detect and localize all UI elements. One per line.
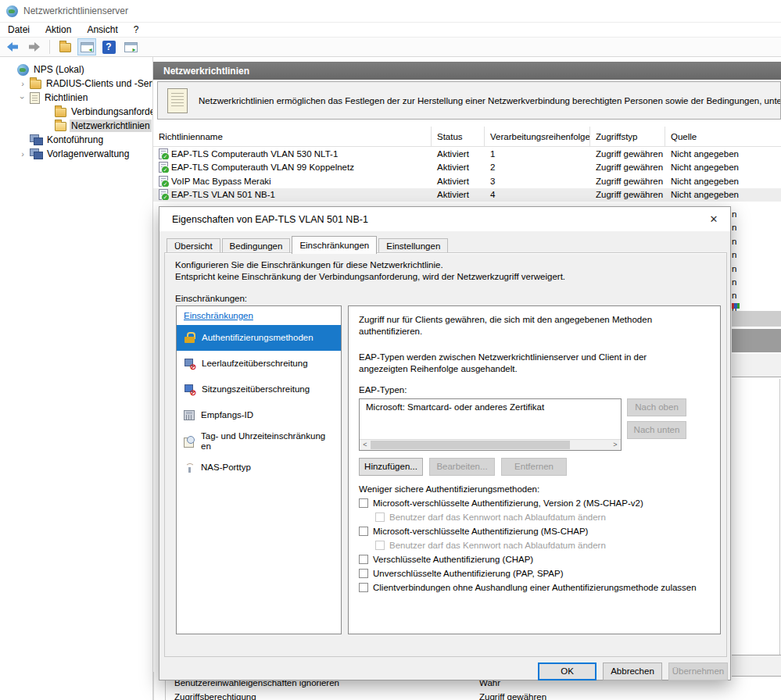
eap-types-label: EAP-Typen: xyxy=(359,385,407,395)
constraint-item[interactable]: NAS-Porttyp xyxy=(177,455,341,480)
chevron-right-icon[interactable]: › xyxy=(19,94,27,102)
detail-row-name: Zugriffsberechtigung xyxy=(174,692,256,700)
constraint-label: Empfangs-ID xyxy=(201,410,326,420)
table-row[interactable]: EAP-TLS Computerauth VLAN 530 NLT-1 Akti… xyxy=(153,147,781,161)
constraint-item[interactable]: Tag- und Uhrzeiteinschränkungen xyxy=(177,428,341,455)
constraint-label: Leerlaufzeitüberschreitung xyxy=(202,359,327,369)
menu-item[interactable]: Aktion xyxy=(38,23,79,37)
table-row[interactable]: VoIP Mac Bypass Meraki Aktiviert 3 Zugri… xyxy=(153,174,781,188)
constraint-item[interactable]: Leerlaufzeitüberschreitung xyxy=(177,351,341,377)
chevron-right-icon[interactable]: › xyxy=(19,80,27,88)
policy-name: EAP-TLS VLAN 501 NB-1 xyxy=(171,190,275,199)
constraint-item[interactable]: Sitzungszeitüberschreitung xyxy=(177,377,341,402)
constraint-label: NAS-Porttyp xyxy=(201,462,326,473)
checkbox[interactable] xyxy=(359,569,368,578)
checkbox[interactable] xyxy=(359,583,368,592)
edit-button[interactable]: Bearbeiten... xyxy=(429,458,495,476)
constraint-item[interactable]: Empfangs-ID xyxy=(177,402,341,428)
back-button[interactable] xyxy=(3,38,22,55)
tab-intro: Konfigurieren Sie die Einschränkungen fü… xyxy=(175,259,565,283)
menu-item[interactable]: Ansicht xyxy=(79,23,125,37)
checkbox[interactable] xyxy=(375,512,385,522)
checkbox[interactable] xyxy=(359,498,368,508)
checkbox-label: Microsoft-verschlüsselte Authentifizieru… xyxy=(373,527,588,536)
horizontal-scrollbar[interactable]: < > xyxy=(360,439,621,450)
tree-item-label: Richtlinien xyxy=(43,91,89,104)
menu-item[interactable]: Datei xyxy=(0,23,38,37)
policy-name: VoIP Mac Bypass Meraki xyxy=(171,177,271,186)
occluded-row-fragment: n xyxy=(732,289,743,302)
tree-item[interactable]: › RADIUS-Clients und -Server xyxy=(0,77,152,91)
policy-scroll-icon xyxy=(167,88,188,113)
column-header[interactable]: Zugriffstyp xyxy=(590,127,665,146)
auth-methods-panel: Zugriff nur für Clients gewähren, die si… xyxy=(348,305,721,634)
constraint-label: Authentifizierungsmethoden xyxy=(202,333,327,343)
tree-item-label: Netzwerkrichtlinien xyxy=(70,120,152,132)
scrollbar-thumb[interactable] xyxy=(371,441,570,449)
move-down-button[interactable]: Nach unten xyxy=(627,421,686,439)
constraint-icon xyxy=(184,436,195,447)
tree-item[interactable]: › Netzwerkrichtlinien xyxy=(0,119,152,133)
ok-button[interactable]: OK xyxy=(538,662,596,680)
pane-description: Netzwerkrichtlinien ermöglichen das Fest… xyxy=(199,96,781,105)
tree-item[interactable]: › Kontoführung xyxy=(0,133,152,147)
tree-item-label: Kontoführung xyxy=(45,134,105,146)
toolbar-separator xyxy=(49,40,50,54)
dialog-tab[interactable]: Übersicht xyxy=(167,238,220,253)
checkbox[interactable] xyxy=(375,541,385,550)
help-button[interactable]: ? xyxy=(99,38,118,55)
constraints-label: Einschränkungen: xyxy=(175,294,247,303)
column-header[interactable]: Verarbeitungsreihenfolge xyxy=(485,127,590,146)
policy-icon xyxy=(159,176,168,187)
auth-checkbox-row: Verschlüsselte Authentifizierung (CHAP) xyxy=(359,555,697,564)
checkbox[interactable] xyxy=(359,555,368,564)
column-header[interactable]: Status xyxy=(432,127,485,146)
remove-button[interactable]: Entfernen xyxy=(501,458,567,476)
eap-type-item[interactable]: Microsoft: Smartcard- oder anderes Zerti… xyxy=(360,399,621,415)
export-list-button[interactable] xyxy=(56,38,74,55)
policy-name: EAP-TLS Computerauth VLAN 530 NLT-1 xyxy=(171,149,338,159)
panel-text-2: EAP-Typen werden zwischen Netzwerkrichtl… xyxy=(359,352,695,375)
new-window-button[interactable] xyxy=(121,38,140,55)
checkbox-label: Microsoft-verschlüsselte Authentifizieru… xyxy=(373,498,643,508)
checkbox-label: Benutzer darf das Kennwort nach Ablaufda… xyxy=(389,512,606,522)
dialog-tab[interactable]: Einstellungen xyxy=(378,238,448,253)
title-bar: Netzwerkrichtlinienserver xyxy=(0,0,781,22)
constraint-icon xyxy=(184,410,195,420)
move-up-button[interactable]: Nach oben xyxy=(627,398,686,416)
occluded-row-fragment: n xyxy=(732,208,743,221)
cancel-button[interactable]: Abbrechen xyxy=(603,662,662,680)
scroll-right-icon[interactable]: > xyxy=(610,440,621,450)
background-band xyxy=(732,354,781,377)
console-tree-button[interactable] xyxy=(77,38,96,55)
column-header[interactable]: Richtlinienname xyxy=(153,127,432,146)
table-row[interactable]: EAP-TLS Computerauth VLAN 99 Koppelnetz … xyxy=(153,161,781,175)
policy-icon xyxy=(159,162,168,173)
dialog-tab[interactable]: Einschränkungen xyxy=(292,236,377,254)
chevron-right-icon[interactable]: › xyxy=(19,150,27,158)
add-button[interactable]: Hinzufügen... xyxy=(359,458,423,476)
scroll-left-icon[interactable]: < xyxy=(360,440,371,450)
policy-name: EAP-TLS Computerauth VLAN 99 Koppelnetz xyxy=(171,162,354,172)
menu-item[interactable]: ? xyxy=(126,23,147,37)
forward-button[interactable] xyxy=(25,38,44,55)
policy-status: Aktiviert xyxy=(432,190,485,199)
console-tree: › NPS (Lokal) › RADIUS-Clients und -Serv… xyxy=(0,57,153,700)
dialog-tab[interactable]: Bedingungen xyxy=(222,238,291,253)
table-row[interactable]: EAP-TLS VLAN 501 NB-1 Aktiviert 4 Zugrif… xyxy=(153,188,781,202)
policy-source: Nicht angegeben xyxy=(665,149,781,159)
checkbox-label: Benutzer darf das Kennwort nach Ablaufda… xyxy=(389,541,606,550)
constraint-item[interactable]: Authentifizierungsmethoden xyxy=(177,325,341,351)
tree-item[interactable]: › Vorlagenverwaltung xyxy=(0,147,152,161)
checkbox[interactable] xyxy=(359,527,368,536)
tree-item[interactable]: › Verbindungsanforderungen xyxy=(0,105,152,119)
occluded-row-fragment: n xyxy=(732,248,743,262)
tree-item[interactable]: › NPS (Lokal) xyxy=(0,62,152,77)
policy-order: 1 xyxy=(485,149,590,159)
close-icon[interactable]: ✕ xyxy=(705,211,722,228)
apply-button[interactable]: Übernehmen xyxy=(668,662,728,680)
constraints-listbox-header: Einschränkungen xyxy=(177,306,341,325)
auth-checkbox-row: Microsoft-verschlüsselte Authentifizieru… xyxy=(359,498,697,508)
tree-item[interactable]: › Richtlinien xyxy=(0,91,152,105)
column-header[interactable]: Quelle xyxy=(665,127,781,146)
